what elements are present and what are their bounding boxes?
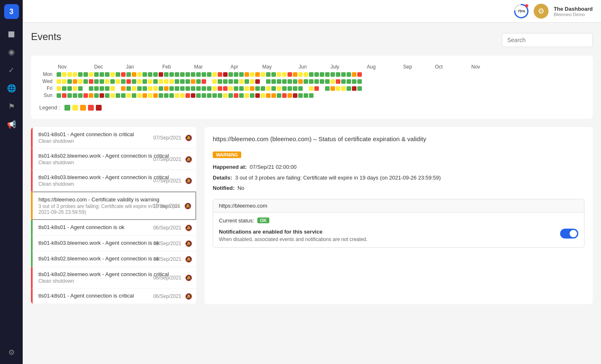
calendar-cell: [212, 72, 217, 77]
month-may: May: [262, 64, 299, 70]
month-july: July: [330, 64, 367, 70]
calendar-cell: [110, 86, 115, 91]
header-gear-icon[interactable]: ⚙: [534, 4, 549, 19]
calendar-cell: [180, 86, 185, 91]
bell-icon[interactable]: 🔕: [185, 177, 192, 184]
calendar-cell: [277, 72, 281, 77]
calendar-cell: [228, 86, 233, 91]
calendar-row-fri: Fri: [39, 85, 584, 91]
calendar-cell: [126, 93, 131, 98]
list-item[interactable]: tls01-k8s02.bleemeo.work - Agent connect…: [31, 267, 196, 288]
main-content: 75% ⚙ The Dashboard Bleemeo Demo Events …: [23, 0, 601, 364]
calendar-cell: [347, 86, 351, 91]
calendar-cell: [234, 93, 238, 98]
bell-icon[interactable]: 🔕: [184, 203, 191, 209]
calendar-cell: [116, 72, 120, 77]
sidebar-item-checks[interactable]: ✓: [4, 63, 19, 78]
calendar-cell: [83, 72, 88, 77]
calendar-cell: [212, 93, 217, 98]
calendar-cell: [218, 79, 222, 84]
sidebar-logo: 3: [4, 4, 19, 19]
calendar-cell: [261, 72, 265, 77]
calendar-cell: [67, 93, 72, 98]
sidebar-item-metrics[interactable]: ◉: [4, 45, 19, 59]
calendar-cell: [314, 79, 319, 84]
calendar-cell: [277, 93, 281, 98]
calendar-cell: [132, 93, 136, 98]
list-item[interactable]: https://bleemeo.com - Certificate validi…: [31, 191, 196, 220]
notification-text: Notifications are enabled for this servi…: [219, 229, 368, 242]
calendar-rows: MonWedFriSun: [39, 71, 584, 98]
sidebar-item-alerts[interactable]: 📢: [4, 117, 19, 132]
calendar-cell: [116, 79, 120, 84]
calendar-cell: [148, 79, 152, 84]
event-title: https://bleemeo.com - Certificate validi…: [38, 196, 190, 203]
calendar-cell: [298, 86, 303, 91]
calendar-cell: [148, 86, 152, 91]
detail-panel: https://bleemeo.com (bleemeo.com) – Stat…: [204, 127, 593, 304]
calendar-cell: [352, 86, 356, 91]
calendar-cell: [234, 79, 238, 84]
warning-badge: WARNING: [213, 151, 241, 158]
calendar-cells: [57, 72, 362, 77]
calendar-cell: [341, 72, 346, 77]
calendar-cell: [164, 93, 169, 98]
top-bar: 75% ⚙ The Dashboard Bleemeo Demo: [23, 0, 601, 23]
list-item[interactable]: tls01-k8s02.bleemeo.work - Agent connect…: [31, 251, 196, 267]
calendar-cell: [57, 79, 61, 84]
bell-icon[interactable]: 🔕: [185, 156, 192, 163]
list-item[interactable]: tls01-k8s03.bleemeo.work - Agent connect…: [31, 236, 196, 251]
calendar-cell: [132, 86, 136, 91]
calendar-cell: [298, 79, 303, 84]
header-right: 75% ⚙ The Dashboard Bleemeo Demo: [514, 4, 593, 19]
list-item[interactable]: tls01-k8s01 - Agent connection is ok06/S…: [31, 220, 196, 236]
calendar-cell: [255, 93, 260, 98]
calendar-cell: [126, 79, 131, 84]
notified-value: No: [238, 185, 245, 191]
header-progress: 75%: [514, 4, 529, 19]
event-date: 06/Sep/2021: [153, 225, 181, 231]
list-item[interactable]: tls01-k8s01 - Agent connection is critic…: [31, 288, 196, 304]
bell-icon[interactable]: 🔕: [185, 256, 192, 262]
sidebar-item-globe[interactable]: 🌐: [4, 81, 19, 96]
bell-icon[interactable]: 🔕: [185, 135, 192, 141]
calendar-cell: [239, 86, 244, 91]
calendar-cell: [100, 72, 104, 77]
calendar-cell: [261, 93, 265, 98]
event-date: 07/Sep/2021: [153, 135, 181, 141]
calendar-cell: [137, 72, 142, 77]
notifications-toggle[interactable]: [560, 229, 578, 239]
calendar-cell: [62, 79, 67, 84]
calendar-cell: [185, 86, 190, 91]
sidebar-item-settings[interactable]: ⚙: [4, 345, 19, 360]
calendar-cell: [341, 86, 346, 91]
calendar-cell: [314, 86, 319, 91]
list-item[interactable]: tls01-k8s01 - Agent connection is critic…: [31, 127, 196, 149]
calendar-cell: [78, 93, 83, 98]
details-value: 3 out of 3 probes are failing: Certifica…: [235, 175, 441, 181]
calendar-cell: [207, 79, 211, 84]
sidebar-item-dashboard[interactable]: ▦: [4, 26, 19, 41]
calendar-cell: [169, 72, 174, 77]
calendar-cell: [94, 72, 99, 77]
calendar-cell: [185, 72, 190, 77]
calendar-cell: [212, 86, 217, 91]
calendar-cell: [121, 72, 126, 77]
list-item[interactable]: tls01-k8s03.bleemeo.work - Agent connect…: [31, 170, 196, 191]
calendar-cell: [320, 72, 324, 77]
bell-icon[interactable]: 🔕: [185, 293, 192, 300]
sidebar-item-flag[interactable]: ⚑: [4, 99, 19, 114]
calendar-cell: [255, 86, 260, 91]
list-item[interactable]: tls01-k8s02.bleemeo.work - Agent connect…: [31, 149, 196, 170]
calendar-cell: [100, 79, 104, 84]
bell-icon[interactable]: 🔕: [185, 240, 192, 247]
calendar-wrapper: Nov Dec Jan Feb Mar Apr May Jun July Aug…: [39, 64, 584, 99]
search-input[interactable]: [502, 33, 593, 47]
calendar-cell: [153, 86, 158, 91]
calendar-cells: [57, 93, 314, 98]
calendar-cell: [309, 79, 314, 84]
bell-icon[interactable]: 🔕: [185, 274, 192, 281]
calendar-cell: [320, 86, 324, 91]
bell-icon[interactable]: 🔕: [185, 225, 192, 231]
calendar-cell: [62, 86, 67, 91]
